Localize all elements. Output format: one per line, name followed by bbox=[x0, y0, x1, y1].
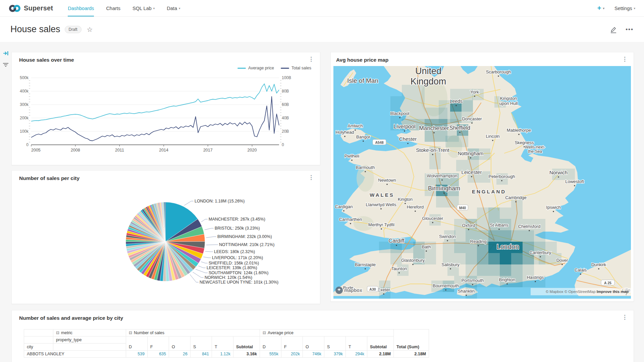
heat-cell[interactable] bbox=[439, 112, 450, 123]
heat-cell[interactable] bbox=[436, 196, 447, 207]
map-city-label: York bbox=[470, 89, 479, 95]
heat-cell[interactable] bbox=[511, 253, 523, 264]
heat-cell[interactable] bbox=[466, 264, 477, 276]
heat-cell[interactable] bbox=[488, 276, 500, 287]
heat-cell[interactable] bbox=[445, 136, 457, 147]
map-city-label: Shanklin bbox=[458, 289, 475, 294]
collapse-icon[interactable]: ⊟ bbox=[263, 330, 266, 335]
collapse-icon[interactable]: ⊟ bbox=[129, 330, 132, 335]
map-city-label: Kington bbox=[398, 197, 413, 202]
heat-cell[interactable] bbox=[511, 207, 523, 219]
map-viewport[interactable]: UnitedKingdomIsle of ManWALESENGLANDScar… bbox=[333, 66, 631, 299]
nav-item-sql-lab[interactable]: SQL Lab▾ bbox=[132, 0, 155, 16]
road-badge: A30 bbox=[369, 287, 376, 291]
heat-cell[interactable] bbox=[413, 85, 425, 96]
collapse-icon[interactable]: ⊟ bbox=[56, 330, 59, 335]
heat-cell[interactable] bbox=[523, 264, 534, 276]
heat-cell[interactable] bbox=[439, 100, 450, 112]
heat-cell[interactable] bbox=[402, 85, 413, 96]
heat-cell[interactable] bbox=[429, 158, 441, 169]
heat-cell[interactable] bbox=[443, 242, 454, 253]
heat-cell[interactable] bbox=[450, 112, 462, 123]
group-header[interactable]: ⊟Number of sales bbox=[126, 329, 260, 337]
kebab-menu-icon[interactable]: ⋮ bbox=[621, 315, 629, 319]
heat-cell[interactable] bbox=[500, 264, 511, 276]
filter-icon[interactable] bbox=[3, 63, 8, 67]
legend-item[interactable]: Total sales bbox=[281, 66, 311, 70]
heat-cell[interactable] bbox=[402, 96, 413, 108]
heat-cell[interactable] bbox=[390, 253, 402, 264]
heat-cell[interactable] bbox=[477, 207, 488, 219]
expand-filter-bar-icon[interactable] bbox=[3, 51, 9, 56]
superset-logo-icon bbox=[9, 4, 21, 13]
brand-name: Superset bbox=[24, 4, 53, 12]
nav-item-data[interactable]: Data▾ bbox=[167, 0, 180, 16]
heat-cell[interactable] bbox=[488, 253, 500, 264]
filter-bar-collapsed bbox=[2, 51, 10, 67]
heat-cell[interactable] bbox=[457, 136, 468, 147]
kebab-menu-icon[interactable]: ⋮ bbox=[621, 57, 629, 61]
heat-cell[interactable] bbox=[488, 207, 500, 219]
table-row[interactable]: ABBOTS LANGLEY539635268411.12k3.16k555k2… bbox=[24, 351, 429, 358]
map-city-label: Exeter bbox=[377, 287, 390, 292]
heat-cell[interactable] bbox=[500, 230, 511, 242]
heat-cell[interactable] bbox=[534, 230, 545, 242]
edit-pencil-icon[interactable] bbox=[610, 26, 617, 33]
map-city-label: Glastonbury bbox=[401, 258, 425, 263]
heat-cell[interactable] bbox=[488, 264, 500, 276]
uk-map: UnitedKingdomIsle of ManWALESENGLANDScar… bbox=[333, 66, 631, 299]
map-city-label: Manchester bbox=[419, 125, 449, 131]
heat-cell[interactable] bbox=[425, 108, 436, 119]
heat-cell[interactable] bbox=[523, 230, 534, 242]
value-col-header: Subtotal bbox=[367, 337, 394, 351]
group-header[interactable]: ⊟Average price bbox=[260, 329, 394, 337]
pie-label: NEWCASTLE UPON TYNE: 101k (1.30%) bbox=[200, 280, 278, 285]
value-cell: 294k bbox=[346, 351, 367, 358]
dashboard-title-bar: House sales Draft ☆ ••• bbox=[0, 17, 644, 42]
kebab-menu-icon[interactable]: ⋮ bbox=[307, 175, 315, 180]
add-new-button[interactable]: +▾ bbox=[597, 4, 604, 12]
value-cell: 635 bbox=[148, 351, 169, 358]
heat-cell[interactable] bbox=[477, 219, 488, 230]
nav-item-charts[interactable]: Charts bbox=[106, 0, 120, 16]
svg-text:2014: 2014 bbox=[159, 148, 168, 153]
favorite-star-icon[interactable]: ☆ bbox=[87, 25, 93, 34]
heat-cell[interactable] bbox=[425, 253, 436, 264]
city-dim-header: city bbox=[24, 344, 53, 351]
heat-cell[interactable] bbox=[466, 253, 477, 264]
legend-item[interactable]: Average price bbox=[237, 66, 274, 70]
settings-menu[interactable]: Settings▾ bbox=[614, 6, 635, 11]
metric-header[interactable]: ⊟metric bbox=[53, 329, 126, 337]
chart-legend: Average priceTotal sales bbox=[237, 66, 311, 70]
map-city-label: Gloucester bbox=[422, 216, 444, 221]
map-city-label: Salisbury bbox=[441, 262, 460, 267]
map-city-label: Cambridge bbox=[505, 195, 527, 200]
heat-cell[interactable] bbox=[500, 207, 511, 219]
kebab-menu-icon[interactable]: ⋮ bbox=[307, 57, 315, 61]
heat-cell[interactable] bbox=[413, 96, 425, 108]
card-sales-and-price-table: Number of sales and average price by cit… bbox=[11, 310, 634, 362]
heat-cell[interactable] bbox=[511, 230, 523, 242]
superset-brand[interactable]: Superset bbox=[9, 0, 53, 16]
heat-cell[interactable] bbox=[454, 242, 466, 253]
heat-cell[interactable] bbox=[454, 230, 466, 242]
pie-label: SHEFFIELD: 156k (2.01%) bbox=[209, 261, 259, 265]
heat-cell[interactable] bbox=[390, 96, 402, 108]
card-avg-house-price-map: Avg house price map ⋮ UnitedKingdomIsle … bbox=[330, 52, 634, 302]
map-country-label: Kingdom bbox=[411, 76, 446, 86]
heat-cell[interactable] bbox=[477, 264, 488, 276]
map-city-label: Wells-next- bbox=[525, 145, 545, 149]
heat-cell[interactable] bbox=[488, 230, 500, 242]
plus-icon: + bbox=[597, 4, 601, 12]
heat-cell[interactable] bbox=[462, 100, 473, 112]
heat-cell[interactable] bbox=[511, 264, 523, 276]
nav-item-dashboards[interactable]: Dashboards bbox=[68, 0, 94, 16]
heat-cell[interactable] bbox=[477, 253, 488, 264]
chart-title: House sales over time bbox=[19, 57, 74, 63]
mapbox-logo[interactable]: mapbox bbox=[335, 287, 362, 294]
heat-cell[interactable] bbox=[413, 108, 425, 119]
more-actions-icon[interactable]: ••• bbox=[626, 26, 634, 33]
improve-this-map-link[interactable]: Improve this map bbox=[597, 290, 629, 294]
heat-cell[interactable] bbox=[425, 130, 436, 142]
heat-cell[interactable] bbox=[500, 253, 511, 264]
